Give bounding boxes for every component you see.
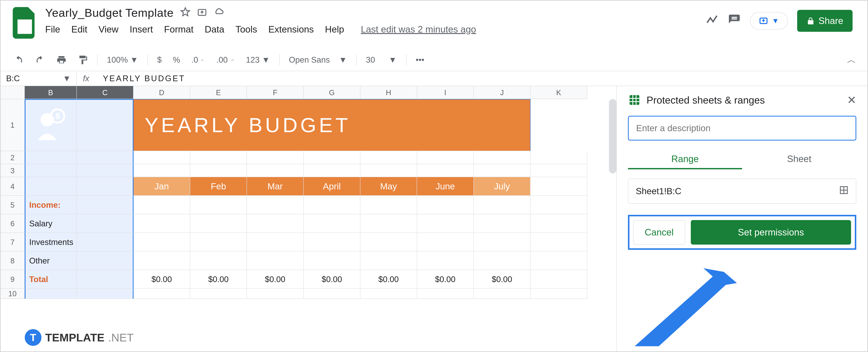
cell[interactable] bbox=[77, 164, 133, 177]
cell[interactable] bbox=[360, 214, 417, 233]
cell[interactable] bbox=[247, 233, 304, 252]
menu-format[interactable]: Format bbox=[164, 24, 193, 35]
range-input[interactable]: Sheet1!B:C bbox=[628, 179, 856, 204]
total-cell[interactable]: $0.00 bbox=[133, 270, 190, 289]
percent-button[interactable]: % bbox=[171, 55, 182, 64]
row-header[interactable]: 10 bbox=[1, 289, 25, 299]
col-header[interactable]: G bbox=[304, 86, 360, 99]
tab-sheet[interactable]: Sheet bbox=[742, 150, 856, 169]
cell[interactable] bbox=[190, 196, 247, 214]
menu-data[interactable]: Data bbox=[205, 24, 224, 35]
cell[interactable] bbox=[77, 196, 133, 214]
row-header[interactable]: 6 bbox=[1, 214, 25, 233]
cell[interactable] bbox=[247, 151, 304, 164]
move-icon[interactable] bbox=[197, 7, 207, 19]
number-format-button[interactable]: 123 ▼ bbox=[244, 55, 272, 64]
cell[interactable] bbox=[77, 151, 133, 164]
investments-label[interactable]: Investments bbox=[25, 233, 77, 252]
cell[interactable] bbox=[190, 233, 247, 252]
cell[interactable] bbox=[247, 252, 304, 270]
cell[interactable] bbox=[304, 233, 360, 252]
cell[interactable] bbox=[25, 289, 77, 299]
row-header[interactable]: 1 bbox=[1, 99, 25, 151]
cell[interactable] bbox=[304, 196, 360, 214]
cell[interactable] bbox=[25, 164, 77, 177]
formula-input[interactable]: YEARLY BUDGET bbox=[95, 74, 185, 83]
cell[interactable] bbox=[530, 252, 587, 270]
cell[interactable] bbox=[77, 177, 133, 196]
cloud-icon[interactable] bbox=[214, 7, 224, 19]
col-header[interactable]: C bbox=[77, 86, 133, 99]
cell[interactable] bbox=[133, 196, 190, 214]
banner-title[interactable]: YEARLY BUDGET bbox=[133, 99, 530, 151]
cell[interactable] bbox=[304, 151, 360, 164]
cell[interactable] bbox=[133, 289, 190, 299]
cell[interactable] bbox=[360, 196, 417, 214]
cell[interactable] bbox=[530, 270, 587, 289]
total-cell[interactable]: $0.00 bbox=[474, 270, 530, 289]
cell[interactable] bbox=[304, 289, 360, 299]
col-header[interactable]: F bbox=[247, 86, 304, 99]
print-button[interactable] bbox=[55, 55, 68, 65]
other-label[interactable]: Other bbox=[25, 252, 77, 270]
total-cell[interactable]: $0.00 bbox=[304, 270, 360, 289]
cell[interactable] bbox=[417, 214, 474, 233]
row-header[interactable]: 5 bbox=[1, 196, 25, 214]
month-header[interactable]: May bbox=[360, 177, 417, 196]
cell[interactable] bbox=[360, 233, 417, 252]
cell[interactable] bbox=[530, 164, 587, 177]
cell[interactable] bbox=[530, 233, 587, 252]
row-header[interactable]: 2 bbox=[1, 151, 25, 164]
total-cell[interactable]: $0.00 bbox=[247, 270, 304, 289]
cell[interactable] bbox=[360, 164, 417, 177]
cancel-button[interactable]: Cancel bbox=[633, 220, 685, 245]
cell[interactable] bbox=[474, 196, 530, 214]
cell[interactable] bbox=[77, 270, 133, 289]
col-header[interactable]: B bbox=[25, 86, 77, 99]
cell[interactable] bbox=[77, 99, 133, 151]
cell[interactable] bbox=[474, 164, 530, 177]
more-toolbar-button[interactable]: ••• bbox=[414, 55, 426, 64]
increase-decimal-button[interactable]: .00→ bbox=[214, 55, 237, 64]
set-permissions-button[interactable]: Set permissions bbox=[691, 220, 851, 245]
total-cell[interactable]: $0.00 bbox=[190, 270, 247, 289]
month-header[interactable]: Jan bbox=[133, 177, 190, 196]
cell[interactable] bbox=[190, 252, 247, 270]
month-header[interactable]: June bbox=[417, 177, 474, 196]
salary-label[interactable]: Salary bbox=[25, 214, 77, 233]
menu-file[interactable]: File bbox=[45, 24, 60, 35]
row-header[interactable]: 8 bbox=[1, 252, 25, 270]
cell[interactable] bbox=[417, 196, 474, 214]
cell[interactable] bbox=[190, 164, 247, 177]
currency-button[interactable]: $ bbox=[155, 55, 163, 64]
month-header[interactable]: Feb bbox=[190, 177, 247, 196]
cell[interactable] bbox=[77, 289, 133, 299]
cell[interactable] bbox=[133, 233, 190, 252]
cell[interactable] bbox=[530, 214, 587, 233]
month-header[interactable]: Mar bbox=[247, 177, 304, 196]
menu-insert[interactable]: Insert bbox=[130, 24, 153, 35]
cell[interactable] bbox=[530, 289, 587, 299]
sheets-logo[interactable] bbox=[12, 6, 38, 40]
menu-extensions[interactable]: Extensions bbox=[268, 24, 314, 35]
cell[interactable] bbox=[530, 151, 587, 164]
activity-icon[interactable] bbox=[706, 13, 718, 28]
menu-edit[interactable]: Edit bbox=[71, 24, 87, 35]
cell[interactable] bbox=[133, 252, 190, 270]
cell[interactable] bbox=[190, 289, 247, 299]
tab-range[interactable]: Range bbox=[628, 150, 742, 169]
document-title[interactable]: Yearly_Budget Template bbox=[45, 6, 174, 19]
total-label[interactable]: Total bbox=[25, 270, 77, 289]
share-button[interactable]: Share bbox=[797, 10, 852, 32]
row-header[interactable]: 4 bbox=[1, 177, 25, 196]
col-header[interactable]: D bbox=[133, 86, 190, 99]
cell[interactable] bbox=[417, 289, 474, 299]
col-header[interactable]: E bbox=[190, 86, 247, 99]
cell[interactable] bbox=[530, 196, 587, 214]
menu-view[interactable]: View bbox=[98, 24, 119, 35]
description-input[interactable] bbox=[628, 116, 856, 140]
cell[interactable] bbox=[474, 151, 530, 164]
undo-button[interactable] bbox=[12, 55, 26, 65]
cell[interactable] bbox=[77, 252, 133, 270]
month-header[interactable]: April bbox=[304, 177, 360, 196]
